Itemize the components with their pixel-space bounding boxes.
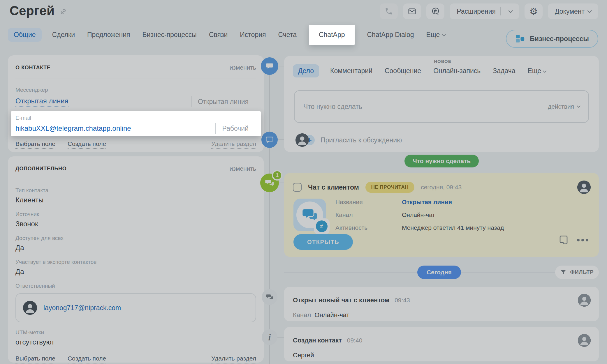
tab-biznes-processy[interactable]: Бизнес-процессы bbox=[142, 31, 196, 39]
divider bbox=[15, 180, 256, 180]
contact-tabbar: Общие Сделки Предложения Бизнес-процессы… bbox=[10, 31, 445, 39]
field-label: Тип контакта bbox=[15, 187, 256, 194]
open-chat-button[interactable]: ОТКРЫТЬ bbox=[293, 234, 353, 250]
delete-section-link[interactable]: Удалить раздел bbox=[211, 355, 256, 363]
entry-time: 09:40 bbox=[347, 337, 363, 344]
timeline-marker-chat-log bbox=[262, 289, 277, 305]
composer-tab-soobshchenie[interactable]: Сообщение bbox=[385, 67, 421, 75]
tab-chatapp-dialog[interactable]: ChatApp Dialog bbox=[367, 31, 414, 39]
create-field-link[interactable]: Создать поле bbox=[68, 355, 106, 363]
timeline-connector bbox=[279, 183, 284, 183]
tab-predlozheniya[interactable]: Предложения bbox=[87, 31, 130, 39]
info-icon: i bbox=[268, 332, 271, 343]
chat-bubbles-icon bbox=[266, 293, 273, 301]
chat-transfer-button[interactable] bbox=[426, 3, 444, 19]
chat-card-checkbox[interactable] bbox=[293, 183, 302, 192]
timeline-entry-chat-opened[interactable]: Открыт новый чат с клиентом 09:43 Канал … bbox=[284, 287, 599, 321]
timeline-connector bbox=[277, 337, 284, 338]
entry-detail-value: Сергей bbox=[293, 351, 314, 359]
timeline-marker-activity bbox=[261, 57, 278, 75]
extensions-button[interactable]: Расширения bbox=[450, 3, 519, 19]
responsible-user-box[interactable]: layonog717@niprack.com bbox=[15, 293, 256, 322]
composer-tab-delo[interactable]: Дело bbox=[293, 64, 319, 77]
phone-icon bbox=[385, 7, 393, 15]
avatar bbox=[578, 294, 591, 307]
chat-app-thumbnail bbox=[293, 199, 326, 231]
composer-tab-onlayn-zapis[interactable]: НОВОЕ Онлайн-запись bbox=[433, 67, 481, 75]
field-value: Клиенты bbox=[15, 196, 256, 204]
chevron-down-icon bbox=[509, 8, 513, 13]
invite-avatars: + bbox=[295, 133, 315, 147]
entry-title: Создан контакт bbox=[293, 337, 342, 344]
field-label: Мессенджер bbox=[15, 87, 256, 93]
field-label: Ответственный bbox=[15, 283, 256, 289]
tab-obshchie[interactable]: Общие bbox=[8, 28, 42, 42]
tab-scheta[interactable]: Счета bbox=[278, 31, 297, 39]
todo-input[interactable]: Что нужно сделать действия bbox=[294, 90, 589, 123]
email-button[interactable] bbox=[403, 3, 421, 19]
row-label: Канал bbox=[335, 211, 402, 218]
field-label: UTM-метки bbox=[15, 329, 256, 336]
business-processes-icon bbox=[515, 34, 525, 44]
chevron-down-icon bbox=[577, 104, 581, 108]
field-value: Да bbox=[15, 268, 256, 276]
timeline-marker-comment bbox=[261, 132, 278, 148]
create-field-link[interactable]: Создать поле bbox=[68, 140, 106, 149]
gear-icon: ⚙ bbox=[529, 7, 538, 16]
unread-status-badge: НЕ ПРОЧИТАН bbox=[365, 182, 414, 193]
divider bbox=[191, 96, 191, 107]
field-type: Рабочий bbox=[215, 123, 256, 134]
avatar bbox=[578, 334, 591, 347]
tab-sdelki[interactable]: Сделки bbox=[52, 31, 75, 39]
responsible-user-link[interactable]: layonog717@niprack.com bbox=[43, 304, 121, 312]
row-label: Название bbox=[335, 199, 402, 206]
pin-note-icon[interactable] bbox=[558, 235, 569, 245]
todo-input-placeholder: Что нужно сделать bbox=[303, 103, 362, 111]
messenger-value-link[interactable]: Открытая линия bbox=[15, 97, 68, 107]
business-processes-label: Бизнес-процессы bbox=[530, 35, 589, 43]
business-processes-button[interactable]: Бизнес-процессы bbox=[506, 30, 598, 48]
chat-card-timestamp: сегодня, 09:43 bbox=[421, 184, 462, 191]
tab-chatapp-highlighted[interactable]: ChatApp bbox=[309, 25, 355, 45]
avatar bbox=[577, 181, 591, 194]
copy-link-icon[interactable] bbox=[59, 8, 67, 16]
timeline-marker-chat: 1 bbox=[260, 174, 279, 192]
button-divider bbox=[500, 7, 501, 15]
more-options-icon[interactable] bbox=[577, 239, 588, 241]
chat-transfer-icon bbox=[431, 7, 440, 16]
settings-button[interactable]: ⚙ bbox=[525, 3, 543, 19]
choose-field-link[interactable]: Выбрать поле bbox=[15, 355, 55, 363]
delete-section-link[interactable]: Удалить раздел bbox=[211, 140, 256, 149]
composer-tab-zadacha[interactable]: Задача bbox=[493, 67, 515, 75]
speech-bubble-icon bbox=[265, 62, 274, 70]
chat-bubbles-icon bbox=[265, 178, 274, 188]
date-separator-badge[interactable]: Сегодня bbox=[417, 266, 461, 279]
actions-dropdown[interactable]: действия bbox=[548, 103, 580, 110]
call-button[interactable] bbox=[380, 3, 398, 19]
filter-button[interactable]: ФИЛЬТР bbox=[555, 266, 599, 279]
open-line-link[interactable]: Открытая линия bbox=[402, 199, 452, 206]
edit-link[interactable]: изменить bbox=[230, 165, 256, 172]
chevron-down-icon bbox=[442, 33, 446, 37]
composer-tab-eshche[interactable]: Еще bbox=[527, 67, 546, 75]
edit-link[interactable]: изменить bbox=[230, 64, 256, 71]
page-title: Сергей bbox=[10, 3, 54, 18]
tab-eshche[interactable]: Еще bbox=[426, 31, 445, 39]
field-value: Да bbox=[15, 244, 256, 252]
field-value: отсутствуют bbox=[15, 338, 256, 346]
tab-svyazi[interactable]: Связи bbox=[209, 31, 228, 39]
row-label: Активность bbox=[335, 224, 402, 231]
tab-istoriya[interactable]: История bbox=[240, 31, 266, 39]
funnel-icon bbox=[560, 269, 566, 275]
timeline-line bbox=[269, 58, 270, 364]
timeline-connector bbox=[278, 66, 284, 66]
choose-field-link[interactable]: Выбрать поле bbox=[15, 140, 55, 149]
email-value-link[interactable]: hikabuXXL@telegram.chatapp.online bbox=[15, 124, 131, 132]
field-label: Доступен для всех bbox=[15, 235, 256, 241]
document-button[interactable]: Документ bbox=[548, 3, 598, 19]
chevron-down-icon bbox=[587, 8, 592, 13]
chat-card-title: Чат с клиентом bbox=[308, 183, 359, 191]
composer-tab-kommentariy[interactable]: Комментарий bbox=[330, 67, 372, 75]
invite-to-discussion[interactable]: + Пригласить к обсуждению bbox=[291, 130, 597, 150]
timeline-entry-contact-created[interactable]: Создан контакт 09:40 Сергей bbox=[284, 327, 599, 361]
